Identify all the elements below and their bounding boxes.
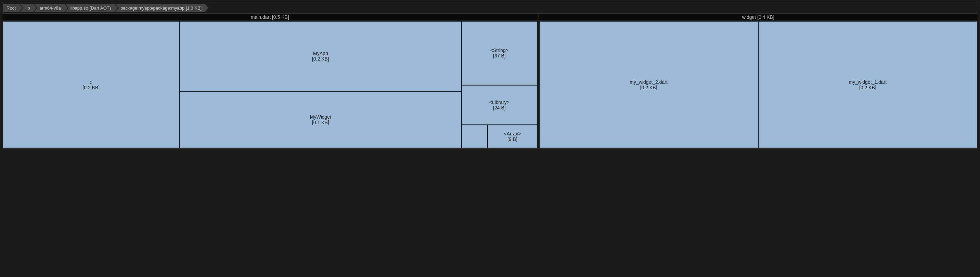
- breadcrumb-libapp[interactable]: libapp.so (Dart AOT): [65, 4, 115, 12]
- section-body-main: :: [0.2 KB] MyApp [0.2 KB] MyWidget [0.1…: [2, 21, 538, 149]
- treemap-section-main: main.dart [0.5 KB] :: [0.2 KB] MyApp [0.…: [2, 14, 539, 149]
- cell-size: [0.2 KB]: [859, 85, 876, 90]
- treemap-col-classes: MyApp [0.2 KB] MyWidget [0.1 KB]: [180, 22, 461, 148]
- app-window: Root lib arm64-v8a libapp.so (Dart AOT) …: [2, 2, 978, 149]
- cell-size: [37 B]: [493, 53, 506, 59]
- cell-size: [0.1 KB]: [312, 120, 329, 125]
- cell-label: my_widget_2.dart: [630, 79, 668, 85]
- treemap-col-misc: <String> [37 B] <Library> [24 B] <Array>…: [462, 22, 536, 148]
- treemap: main.dart [0.5 KB] :: [0.2 KB] MyApp [0.…: [2, 13, 978, 149]
- section-body-widget: my_widget_2.dart [0.2 KB] my_widget_1.da…: [539, 21, 978, 149]
- treemap-section-widget: widget [0.4 KB] my_widget_2.dart [0.2 KB…: [539, 14, 978, 149]
- cell-size: [0.2 KB]: [640, 85, 657, 90]
- cell-label: MyWidget: [310, 114, 331, 120]
- treemap-cell-library[interactable]: <Library> [24 B]: [462, 85, 536, 125]
- treemap-row-array: <Array> [9 B]: [462, 125, 536, 148]
- breadcrumb: Root lib arm64-v8a libapp.so (Dart AOT) …: [2, 2, 978, 13]
- treemap-cell-anon[interactable]: :: [0.2 KB]: [3, 22, 179, 148]
- treemap-cell-array[interactable]: <Array> [9 B]: [488, 125, 536, 148]
- treemap-cell-myapp[interactable]: MyApp [0.2 KB]: [180, 22, 461, 91]
- treemap-cell-string[interactable]: <String> [37 B]: [462, 22, 536, 85]
- breadcrumb-arch[interactable]: arm64-v8a: [34, 4, 64, 12]
- cell-size: [24 B]: [493, 105, 506, 111]
- treemap-cell-spacer[interactable]: [462, 125, 487, 148]
- cell-size: [9 B]: [508, 136, 517, 142]
- cell-label: <Library>: [489, 100, 509, 105]
- cell-label: ::: [90, 79, 92, 85]
- cell-label: my_widget_1.dart: [849, 79, 887, 85]
- breadcrumb-root[interactable]: Root: [3, 4, 19, 12]
- cell-size: [0.2 KB]: [312, 56, 329, 62]
- cell-label: MyApp: [313, 51, 328, 56]
- cell-size: [0.2 KB]: [83, 85, 100, 90]
- breadcrumb-package[interactable]: package:myapp/package:myapp [1.0 KB]: [115, 4, 205, 12]
- section-header-main[interactable]: main.dart [0.5 KB]: [2, 14, 538, 21]
- treemap-cell-widget2[interactable]: my_widget_2.dart [0.2 KB]: [539, 22, 758, 148]
- cell-label: <String>: [490, 47, 509, 53]
- cell-label: <Array>: [504, 131, 521, 136]
- treemap-cell-mywidget[interactable]: MyWidget [0.1 KB]: [180, 92, 461, 148]
- section-header-widget[interactable]: widget [0.4 KB]: [539, 14, 978, 21]
- treemap-cell-widget1[interactable]: my_widget_1.dart [0.2 KB]: [759, 22, 977, 148]
